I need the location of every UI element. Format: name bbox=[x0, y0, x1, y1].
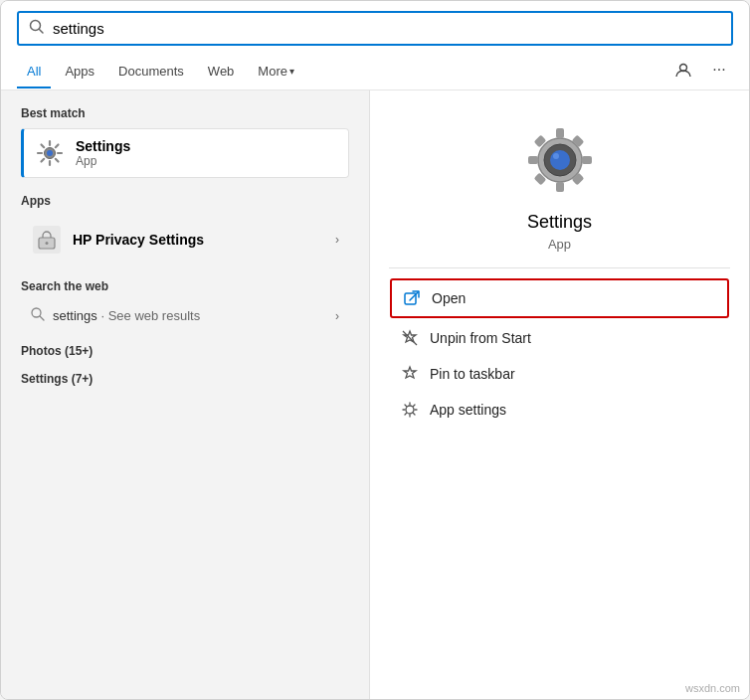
web-search-icon bbox=[31, 307, 45, 324]
pin-taskbar-label: Pin to taskbar bbox=[430, 366, 515, 382]
svg-point-28 bbox=[553, 153, 559, 159]
svg-point-27 bbox=[550, 150, 570, 170]
svg-line-1 bbox=[40, 30, 44, 34]
svg-line-39 bbox=[414, 405, 416, 407]
svg-line-9 bbox=[42, 145, 45, 148]
account-icon-button[interactable] bbox=[669, 56, 697, 84]
best-match-label: Best match bbox=[21, 106, 349, 120]
app-detail-name: Settings bbox=[527, 212, 592, 233]
web-section-label: Search the web bbox=[21, 279, 349, 293]
app-settings-icon bbox=[400, 400, 420, 420]
photos-label: Photos (15+) bbox=[21, 344, 349, 358]
svg-line-16 bbox=[40, 316, 44, 320]
web-search-text: settings · See web results bbox=[53, 308, 200, 323]
svg-point-32 bbox=[406, 406, 414, 414]
web-search-item[interactable]: settings · See web results › bbox=[21, 301, 349, 330]
pin-taskbar-action[interactable]: Pin to taskbar bbox=[390, 356, 729, 392]
unpin-icon bbox=[400, 328, 420, 348]
best-match-item[interactable]: Settings App bbox=[21, 128, 349, 178]
search-icon bbox=[29, 19, 45, 38]
open-icon bbox=[402, 288, 422, 308]
chevron-down-icon: ▾ bbox=[289, 66, 294, 77]
search-bar-area: All Apps Documents Web More ▾ ··· bbox=[1, 1, 749, 90]
hp-privacy-item[interactable]: HP Privacy Settings › bbox=[21, 216, 349, 263]
svg-line-11 bbox=[56, 145, 59, 148]
tab-more[interactable]: More ▾ bbox=[248, 58, 304, 88]
tabs-right-actions: ··· bbox=[669, 56, 733, 89]
svg-rect-20 bbox=[528, 156, 538, 164]
settings-icon-small bbox=[34, 137, 66, 169]
pin-taskbar-icon bbox=[400, 364, 420, 384]
svg-line-12 bbox=[42, 159, 45, 162]
tab-web[interactable]: Web bbox=[198, 58, 245, 88]
app-settings-action[interactable]: App settings bbox=[390, 392, 729, 428]
search-input[interactable] bbox=[53, 20, 721, 37]
svg-rect-19 bbox=[556, 182, 564, 192]
unpin-label: Unpin from Start bbox=[430, 330, 531, 346]
best-match-text: Settings App bbox=[76, 138, 130, 168]
apps-section-label: Apps bbox=[21, 194, 349, 208]
unpin-action[interactable]: Unpin from Start bbox=[390, 320, 729, 356]
best-match-subtitle: App bbox=[76, 154, 130, 168]
svg-rect-21 bbox=[582, 156, 592, 164]
svg-line-37 bbox=[405, 405, 407, 407]
hp-privacy-title: HP Privacy Settings bbox=[73, 232, 204, 248]
svg-line-40 bbox=[405, 414, 407, 416]
settings-big-icon bbox=[520, 120, 600, 200]
app-settings-label: App settings bbox=[430, 402, 506, 418]
open-label: Open bbox=[432, 290, 466, 306]
open-action[interactable]: Open bbox=[390, 278, 729, 318]
divider bbox=[389, 267, 730, 268]
svg-rect-18 bbox=[556, 128, 564, 138]
right-panel: Settings App Open bbox=[369, 90, 749, 699]
tab-apps[interactable]: Apps bbox=[55, 58, 104, 88]
settings-label: Settings (7+) bbox=[21, 372, 349, 386]
action-list: Open Unpin from Start bbox=[370, 278, 749, 428]
search-box[interactable] bbox=[17, 11, 733, 46]
app-detail-type: App bbox=[548, 237, 571, 252]
search-window: All Apps Documents Web More ▾ ··· bbox=[0, 0, 750, 700]
best-match-title: Settings bbox=[76, 138, 130, 154]
main-content: Best match bbox=[1, 90, 749, 699]
hp-privacy-text: HP Privacy Settings bbox=[73, 232, 204, 248]
tabs-row: All Apps Documents Web More ▾ ··· bbox=[17, 56, 733, 89]
hp-privacy-arrow: › bbox=[335, 233, 339, 247]
svg-line-10 bbox=[56, 159, 59, 162]
tab-documents[interactable]: Documents bbox=[108, 58, 194, 88]
hp-privacy-icon bbox=[31, 224, 63, 256]
svg-point-4 bbox=[47, 150, 53, 156]
web-search-arrow: › bbox=[335, 309, 339, 323]
left-panel: Best match bbox=[1, 90, 369, 699]
more-options-button[interactable]: ··· bbox=[705, 56, 733, 84]
tab-all[interactable]: All bbox=[17, 58, 51, 88]
svg-point-14 bbox=[46, 242, 49, 245]
svg-line-38 bbox=[414, 414, 416, 416]
watermark: wsxdn.com bbox=[685, 682, 740, 694]
